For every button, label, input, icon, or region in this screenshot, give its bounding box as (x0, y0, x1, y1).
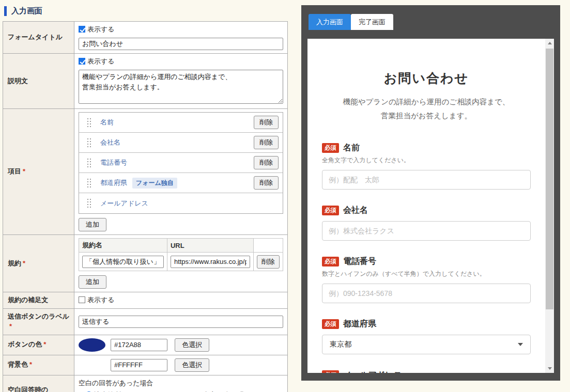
button-color-pick-button[interactable]: 色選択 (175, 338, 209, 352)
scroll-down-button[interactable] (545, 364, 554, 373)
preview-form-description: 機能やプランの詳細から運用のご相談内容まで、 営業担当がお答えします。 (307, 95, 545, 123)
row-blank-answer: 空白回答時の データベース項目の 処理方法* 空白の回答があった場合 該当箇所の… (3, 375, 288, 392)
item-link-prefecture[interactable]: 都道府県 (100, 178, 127, 187)
terms-label: 規約 (8, 259, 21, 267)
section-header: 入力画面 (4, 6, 288, 16)
blank-answer-label: 空白回答時の データベース項目の 処理方法 (8, 386, 69, 392)
terms-col-actions (253, 239, 283, 253)
item-delete-button[interactable]: 削除 (254, 116, 279, 129)
preview-field-name: 必須 名前 全角文字で入力してください。 (322, 143, 531, 190)
preview-form-content: お問い合わせ 機能やプランの詳細から運用のご相談内容まで、 営業担当がお答えしま… (307, 39, 545, 373)
form-title-show-label: 表示する (87, 25, 115, 33)
description-label: 説明文 (3, 54, 74, 109)
required-badge: 必須 (322, 319, 339, 329)
item-row-phone: 電話番号 削除 (79, 153, 283, 173)
submit-label-input[interactable] (79, 316, 283, 328)
terms-add-button[interactable]: 追加 (79, 275, 106, 289)
chevron-down-icon (518, 343, 523, 346)
item-row-company: 会社名 削除 (79, 133, 283, 153)
terms-note-show-checkbox[interactable] (79, 296, 85, 303)
background-color-input[interactable] (111, 359, 167, 371)
preview-field-email-label: メールアドレス (343, 370, 402, 373)
required-mark: * (23, 167, 25, 175)
preview-field-phone-input[interactable] (322, 284, 531, 303)
items-list: 名前 削除 会社名 削除 電話番号 削除 都道 (79, 112, 283, 214)
drag-handle-icon[interactable] (87, 138, 92, 147)
terms-url-input[interactable] (171, 256, 250, 268)
button-color-swatch (79, 338, 105, 352)
item-delete-button[interactable]: 削除 (254, 156, 279, 169)
preview-field-name-label: 名前 (343, 143, 360, 153)
section-title: 入力画面 (11, 6, 42, 16)
preview-field-phone: 必須 電話番号 数字とハイフンのみ（すべて半角）で入力してください。 (322, 256, 531, 303)
drag-handle-icon[interactable] (87, 179, 92, 187)
item-link-company[interactable]: 会社名 (100, 138, 120, 147)
item-link-email[interactable]: メールアドレス (100, 199, 148, 208)
item-row-prefecture: 都道府県 フォーム独自 削除 (79, 173, 283, 193)
preview-scrollbar[interactable] (545, 39, 554, 373)
row-background-color: 背景色* 色選択 (3, 355, 288, 375)
preview-form-title: お問い合わせ (307, 70, 545, 87)
scroll-up-button[interactable] (545, 39, 554, 48)
item-link-phone[interactable]: 電話番号 (100, 158, 127, 167)
input-screen-editor: 入力画面 フォームタイトル 表示する 説明文 表示する 機能やプランの詳細から運… (3, 4, 288, 392)
row-terms-note: 規約の補足文 表示する (3, 292, 288, 309)
required-mark: * (43, 340, 46, 348)
scroll-up-icon (548, 42, 552, 44)
terms-table: 規約名 URL 削除 (79, 238, 283, 271)
terms-col-name: 規約名 (79, 239, 167, 253)
required-badge: 必須 (322, 370, 339, 373)
preview-field-company-input[interactable] (322, 221, 531, 241)
radio-keep-label: 該当箇所の元のデータベース項目の内容を残す (94, 390, 237, 392)
form-only-badge: フォーム独自 (132, 178, 177, 189)
section-accent-bar (4, 6, 7, 16)
button-color-input[interactable] (111, 339, 167, 351)
row-items: 項目* 名前 削除 会社名 削除 電話番号 (3, 109, 288, 235)
terms-delete-button[interactable]: 削除 (257, 255, 280, 269)
description-show-label: 表示する (87, 57, 115, 65)
form-settings-table: フォームタイトル 表示する 説明文 表示する 機能やプランの詳細から運用のご相談… (3, 21, 288, 392)
form-title-input[interactable] (79, 38, 283, 50)
preview-tabs: 入力画面 完了画面 (309, 14, 393, 30)
scrollbar-thumb[interactable] (546, 49, 553, 309)
required-mark: * (23, 259, 25, 267)
terms-name-input[interactable] (82, 256, 164, 268)
row-submit-label: 送信ボタンのラベル* (3, 308, 288, 335)
description-textarea[interactable]: 機能やプランの詳細から運用のご相談内容まで、 営業担当がお答えします。 (79, 70, 283, 104)
drag-handle-icon[interactable] (87, 118, 92, 127)
terms-row: 削除 (79, 253, 283, 271)
required-mark: * (9, 322, 12, 330)
preview-panel: 入力画面 完了画面 お問い合わせ 機能やプランの詳細から運用のご相談内容まで、 … (301, 5, 560, 381)
preview-field-prefecture-select[interactable]: 東京都 (322, 335, 531, 354)
preview-field-name-input[interactable] (322, 170, 531, 190)
form-title-show-checkbox[interactable] (79, 26, 85, 33)
preview-field-phone-label: 電話番号 (343, 256, 376, 267)
row-button-color: ボタンの色* 色選択 (3, 335, 288, 355)
row-terms: 規約* 規約名 URL 削除 追加 (3, 235, 288, 292)
item-link-name[interactable]: 名前 (100, 118, 114, 127)
tab-complete-screen[interactable]: 完了画面 (351, 14, 393, 30)
terms-note-show-label: 表示する (87, 296, 115, 304)
description-show-checkbox[interactable] (79, 58, 85, 65)
button-color-label: ボタンの色 (8, 340, 42, 348)
tab-input-screen[interactable]: 入力画面 (309, 14, 351, 30)
background-color-label: 背景色 (8, 360, 28, 368)
item-delete-button[interactable]: 削除 (254, 136, 279, 149)
item-delete-button[interactable]: 削除 (254, 176, 279, 190)
terms-note-label: 規約の補足文 (3, 292, 74, 309)
preview-field-email: 必須 メールアドレス (322, 370, 531, 373)
submit-label-label: 送信ボタンのラベル (8, 312, 69, 320)
required-badge: 必須 (322, 206, 339, 215)
required-badge: 必須 (322, 143, 339, 153)
background-color-pick-button[interactable]: 色選択 (175, 358, 209, 372)
items-add-button[interactable]: 追加 (79, 218, 106, 231)
drag-handle-icon[interactable] (87, 159, 92, 167)
preview-field-prefecture: 必須 都道府県 東京都 (322, 319, 531, 354)
required-mark: * (29, 360, 32, 368)
preview-field-prefecture-label: 都道府県 (343, 319, 376, 330)
scroll-down-icon (548, 367, 552, 370)
drag-handle-icon[interactable] (87, 199, 92, 208)
preview-field-company: 必須 会社名 (322, 205, 531, 241)
blank-answer-option-keep: 該当箇所の元のデータベース項目の内容を残す ? (85, 390, 283, 392)
items-label: 項目 (8, 167, 21, 175)
